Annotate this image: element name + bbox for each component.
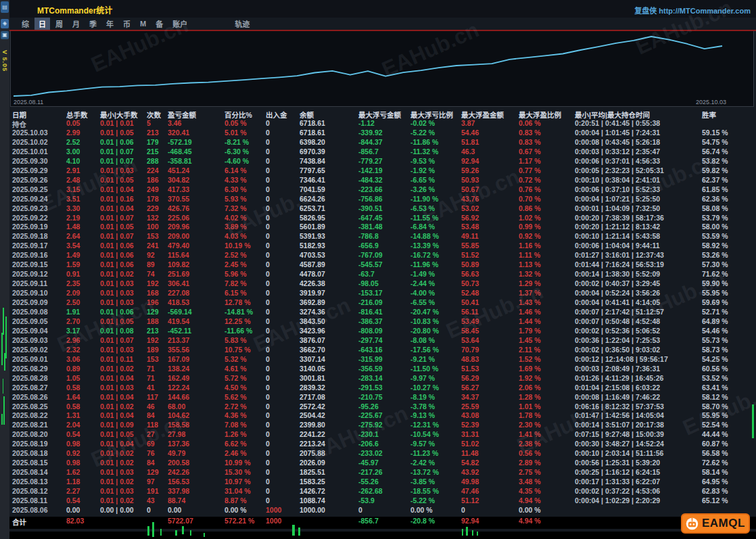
cell: 0:00:02 | 0:52:36 | 5:06:52 [575, 327, 660, 335]
cell: 53.52 % [702, 374, 728, 382]
cell: 0.06 % [519, 119, 541, 127]
cell: 0 [266, 477, 270, 486]
table-row: 2025.10.022.520.01 | 0.06179-572.19-8.21… [9, 138, 756, 147]
cell: 0.01 | 0.05 [100, 176, 134, 184]
cell: 84 [147, 459, 155, 467]
cell: 0.01 | 0.03 [100, 279, 134, 287]
indicator-icon[interactable]: ▣ [1, 31, 9, 39]
cell: 10.75 % [225, 346, 251, 354]
column-header: 最大浮亏比例 [410, 110, 453, 120]
cell: -9.97 % [410, 374, 435, 382]
cell: 0:00:04 | 1:07:21 | 5:25:50 [575, 195, 660, 203]
cell: 0.72 % [519, 176, 541, 184]
cell: 2025.08.15 [12, 459, 48, 467]
cell: 1.18 [66, 477, 80, 486]
cell: 0 [266, 496, 270, 505]
cell: 5.96 % [225, 270, 247, 278]
column-header: 盈亏金额 [168, 110, 196, 120]
column-header: 次数 [147, 110, 161, 120]
cell: 10.99 % [225, 459, 251, 467]
cell: 4478.07 [300, 270, 325, 278]
cell: 55.85 [461, 241, 479, 250]
cell: 0:20:51 | 0:41:45 | 0:55:38 [575, 119, 660, 127]
cell: 56.74 % [702, 147, 728, 156]
cell: 2025.09.11 [12, 279, 47, 287]
candle-fragment [1, 333, 3, 365]
cell: -6.65 % [410, 176, 435, 184]
table-row: 2025.08.141.620.01 | 0.03129242.2615.30 … [9, 468, 756, 477]
chart-tool-icon[interactable]: ◈ [1, 19, 9, 28]
site-link[interactable]: 复盘侠 http://MTCommander.com [634, 5, 751, 16]
cell: 34.37 [461, 393, 479, 401]
cell: -9.53 % [410, 157, 435, 165]
cell: 4.50 % [225, 383, 247, 392]
eamql-logo[interactable]: EAMQL [681, 513, 750, 534]
tab-日[interactable]: 日 [34, 18, 50, 30]
cell: -3.26 % [410, 185, 435, 193]
tab-年[interactable]: 年 [102, 18, 118, 30]
candle-fragment [3, 379, 3, 394]
cell: 6.30 % [225, 185, 247, 193]
candle-fragment [4, 353, 5, 371]
tab-轨迹[interactable]: 轨迹 [231, 18, 254, 30]
cell: 355.56 [168, 346, 189, 354]
cell: 0.01 | 0.16 [100, 195, 134, 203]
candle-fragment [147, 526, 149, 536]
cell: 4.03 % [225, 232, 247, 240]
cell: 0.99 % [519, 222, 541, 231]
table-row: 2025.08.190.980.01 | 0.0469137.366.62 %0… [9, 440, 756, 449]
cell: 2025.08.13 [12, 477, 48, 486]
cell: -1.12 [358, 119, 375, 127]
cell: 0 [266, 166, 270, 174]
cell: 153 [147, 232, 159, 240]
cell: 3.06 [66, 355, 80, 363]
tab-综[interactable]: 综 [18, 18, 33, 30]
window-menu-icon[interactable]: ▤ [1, 1, 9, 13]
cell: 0.05 [66, 119, 80, 127]
table-row: 2025.09.173.540.01 | 0.06241479.4010.19 … [9, 241, 756, 251]
tab-月[interactable]: 月 [68, 18, 84, 30]
cell: 25.59 [461, 402, 479, 411]
cell: 2025.08.25 [12, 402, 48, 411]
cell: 0 [266, 468, 270, 476]
candle-fragment [1, 414, 3, 425]
cell: 1.05 [66, 374, 80, 382]
cell: 1.49 [66, 251, 80, 259]
cell: -17.56 % [410, 346, 439, 354]
cell: 74 [147, 270, 155, 278]
cell: 3662.70 [300, 346, 325, 354]
cell: -856.7 [358, 147, 379, 156]
cell: 1000 [266, 517, 281, 525]
cell: 4.33 % [225, 176, 247, 184]
cell: 0:00:05 | 2:32:23 | 52:05:31 [575, 166, 664, 174]
candle-fragment [160, 529, 162, 536]
cell: 3274.36 [300, 308, 325, 316]
cell: 6718.61 [300, 128, 325, 137]
cell: 3307.14 [300, 355, 325, 363]
table-row: 2025.09.243.510.01 | 0.16178370.555.93 %… [9, 195, 756, 204]
cell: -4.00 % [410, 289, 435, 297]
cell: 3.46 [168, 119, 181, 127]
tab-账户[interactable]: 账户 [168, 18, 191, 30]
cell: -142.19 [358, 166, 383, 174]
cell: 215 [147, 147, 159, 156]
cell: 52.39 [461, 421, 479, 429]
cell: 3.00 [66, 147, 80, 156]
cell: 2025.08.06 [12, 506, 48, 514]
cell: 0:00:20 | 1:21:12 | 8:13:42 [575, 222, 660, 231]
cell: 162.49 [168, 374, 189, 382]
tab-备[interactable]: 备 [151, 18, 167, 30]
cell: 3001.81 [300, 374, 325, 382]
tab-季[interactable]: 季 [85, 18, 101, 30]
cell: 0:00:02 | 0:37:22 | 4:53:06 [575, 487, 660, 495]
tab-币[interactable]: 币 [119, 18, 135, 30]
cell: 0 [266, 393, 270, 401]
cell: -569.14 [168, 308, 192, 316]
cell: 58.12 % [702, 393, 728, 401]
cell: 1.26 % [225, 430, 247, 438]
cell: 2504.42 [300, 411, 325, 419]
cell: 479.40 [168, 241, 189, 250]
tab-M[interactable]: M [136, 19, 150, 28]
tab-周[interactable]: 周 [51, 18, 67, 30]
cell: 52.54 % [702, 421, 728, 429]
